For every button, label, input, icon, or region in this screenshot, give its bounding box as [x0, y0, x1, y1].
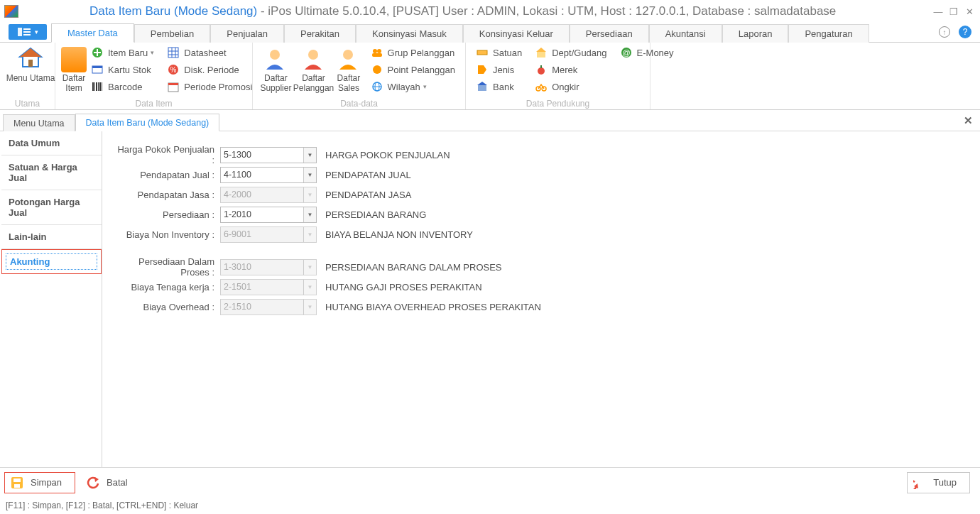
app-menu-button[interactable]: ▾ [9, 24, 47, 40]
periode-promosi-label: Periode Promosi [184, 82, 252, 92]
side-nav-data-umum[interactable]: Data Umum [1, 131, 102, 155]
combo-hpp[interactable]: 5-1300▼ [220, 147, 317, 163]
satuan-label: Satuan [493, 48, 522, 58]
doc-tab-menu-utama[interactable]: Menu Utama [3, 114, 75, 131]
doc-tab-close-icon[interactable]: ✕ [964, 114, 973, 127]
combo-biaya-noninv-value: 6-9001 [224, 229, 251, 239]
disk-periode-button[interactable]: %Disk. Periode [163, 61, 256, 78]
svg-point-30 [373, 49, 377, 53]
label-biaya-noninv: Biaya Non Inventory : [114, 229, 220, 240]
form-area: Harga Pokok Penjualan : 5-1300▼ HARGA PO… [102, 131, 979, 471]
action-bar: Simpan Batal Tutup [0, 467, 980, 497]
ribbon-tab-pengaturan[interactable]: Pengaturan [788, 24, 869, 43]
combo-tenaga-kerja-value: 2-1501 [224, 282, 251, 292]
label-overhead: Biaya Overhead : [114, 302, 220, 312]
titlebar: Data Item Baru (Mode Sedang) - iPos Ulti… [0, 0, 980, 23]
wilayah-button[interactable]: Wilayah▾ [366, 78, 459, 95]
ribbon-tab-pembelian[interactable]: Pembelian [134, 24, 210, 43]
at-icon: @ [620, 46, 633, 59]
help-icon[interactable]: ? [959, 26, 971, 38]
item-baru-button[interactable]: Item Baru▾ [87, 44, 158, 61]
kartu-stok-button[interactable]: Kartu Stok [87, 61, 158, 78]
datasheet-label: Datasheet [184, 48, 226, 58]
side-nav: Data Umum Satuan & Harga Jual Potongan H… [1, 131, 102, 471]
barcode-button[interactable]: Barcode [87, 78, 158, 95]
combo-persediaan[interactable]: 1-2010▼ [220, 207, 317, 223]
side-nav-akunting[interactable]: Akunting [1, 249, 102, 274]
daftar-pelanggan-button[interactable]: Daftar Pelanggan [293, 44, 334, 95]
combo-biaya-noninv: 6-9001▼ [220, 226, 317, 243]
wilayah-label: Wilayah [388, 82, 420, 92]
barcode-label: Barcode [108, 82, 142, 92]
minimize-button[interactable]: — [932, 6, 944, 17]
side-nav-potongan-harga[interactable]: Potongan Harga Jual [1, 190, 102, 225]
batal-button[interactable]: Batal [81, 472, 141, 493]
satuan-button[interactable]: Satuan [472, 44, 526, 61]
chevron-down-icon: ▼ [303, 148, 316, 163]
jenis-button[interactable]: Jenis [472, 61, 526, 78]
svg-marker-38 [478, 65, 486, 74]
svg-rect-32 [372, 53, 382, 57]
svg-rect-42 [537, 52, 545, 58]
ribbon-group-utama: Utama [0, 99, 55, 109]
svg-rect-18 [168, 48, 178, 58]
merek-button[interactable]: Merek [530, 61, 611, 78]
periode-promosi-button[interactable]: Periode Promosi [163, 78, 256, 95]
menu-utama-button[interactable]: Menu Utama [6, 44, 55, 84]
side-nav-lain-lain[interactable]: Lain-lain [1, 225, 102, 249]
ribbon-tab-master-data[interactable]: Master Data [51, 23, 134, 43]
label-persediaan: Persediaan : [114, 209, 220, 220]
plus-icon [91, 46, 104, 59]
combo-pendapatan-jual[interactable]: 4-1100▼ [220, 167, 317, 183]
restore-button[interactable]: ❐ [947, 6, 960, 17]
window-title: Data Item Baru (Mode Sedang) - iPos Ulti… [89, 4, 836, 18]
tutup-button[interactable]: Tutup [907, 472, 970, 493]
datasheet-button[interactable]: Datasheet [163, 44, 256, 61]
simpan-button[interactable]: Simpan [4, 472, 75, 493]
globe-icon [371, 80, 383, 93]
svg-marker-41 [536, 48, 546, 52]
svg-rect-9 [94, 52, 101, 53]
ribbon-tab-akuntansi[interactable]: Akuntansi [649, 24, 722, 43]
ribbon-tab-perakitan[interactable]: Perakitan [284, 24, 356, 43]
side-nav-satuan-harga[interactable]: Satuan & Harga Jual [1, 155, 102, 190]
upload-icon[interactable]: ↑ [939, 26, 950, 38]
daftar-sales-button[interactable]: Daftar Sales [334, 44, 363, 95]
svg-rect-15 [98, 82, 99, 91]
label-hpp: Harga Pokok Penjualan : [114, 144, 220, 165]
status-bar: [F11] : Simpan, [F12] : Batal, [CTRL+END… [0, 498, 980, 514]
daftar-supplier-button[interactable]: Daftar Supplier [258, 44, 293, 95]
ribbon-tab-penjualan[interactable]: Penjualan [210, 24, 284, 43]
ribbon-tab-konsinyasi-keluar[interactable]: Konsinyasi Keluar [463, 24, 570, 43]
svg-rect-17 [102, 82, 102, 91]
side-nav-akunting-label: Akunting [6, 253, 97, 270]
emoney-label: E-Money [637, 48, 674, 58]
svg-rect-6 [28, 60, 33, 67]
close-button[interactable]: ✕ [963, 6, 976, 17]
chevron-down-icon: ▼ [303, 187, 316, 202]
dept-gudang-button[interactable]: Dept/Gudang [530, 44, 611, 61]
grup-pelanggan-button[interactable]: Grup Pelanggan [366, 44, 459, 61]
label-pendapatan-jasa: Pendapatan Jasa : [114, 190, 220, 200]
svg-rect-50 [13, 479, 21, 482]
daftar-sales-label: Daftar Sales [337, 74, 361, 94]
desc-tenaga-kerja: HUTANG GAJI PROSES PERAKITAN [325, 282, 482, 292]
combo-persediaan-proses-value: 1-3010 [224, 262, 251, 272]
calendar-icon [167, 80, 180, 93]
ribbon-tab-laporan[interactable]: Laporan [722, 24, 789, 43]
ribbon-tab-konsinyasi-masuk[interactable]: Konsinyasi Masuk [356, 24, 463, 43]
daftar-item-button[interactable]: Daftar Item [61, 44, 87, 95]
bank-button[interactable]: Bank [472, 78, 526, 95]
document-tabs: Menu Utama Data Item Baru (Mode Sedang) … [0, 110, 980, 131]
point-pelanggan-button[interactable]: Point Pelanggan [366, 61, 459, 78]
grup-pelanggan-label: Grup Pelanggan [388, 48, 455, 58]
chevron-down-icon: ▼ [303, 207, 316, 222]
svg-rect-1 [23, 28, 31, 30]
ongkir-button[interactable]: Ongkir [530, 78, 611, 95]
group-icon [371, 46, 383, 59]
emoney-button[interactable]: @E-Money [616, 44, 678, 61]
desc-biaya-noninv: BIAYA BELANJA NON INVENTORY [325, 229, 473, 240]
combo-persediaan-proses: 1-3010▼ [220, 259, 317, 275]
ribbon-tab-persediaan[interactable]: Persediaan [570, 24, 649, 43]
doc-tab-data-item-baru[interactable]: Data Item Baru (Mode Sedang) [75, 114, 220, 131]
